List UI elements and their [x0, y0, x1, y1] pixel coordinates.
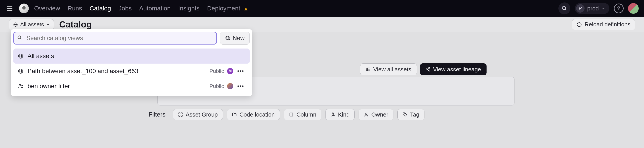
- view-item-all-assets[interactable]: All assets: [13, 48, 250, 64]
- view-all-label: View all assets: [373, 66, 411, 73]
- hamburger-menu[interactable]: [5, 5, 14, 12]
- svg-rect-31: [181, 115, 182, 116]
- filter-asset-group[interactable]: Asset Group: [173, 109, 223, 120]
- view-all-assets-button[interactable]: View all assets: [360, 63, 417, 75]
- chevron-down-icon: [46, 23, 50, 26]
- svg-point-37: [334, 115, 335, 116]
- item-meta: Public M •••: [210, 68, 245, 74]
- people-icon: [18, 83, 24, 89]
- nav-runs[interactable]: Runs: [68, 5, 82, 12]
- filter-code-location[interactable]: Code location: [227, 109, 280, 120]
- popover-header: New: [13, 32, 250, 44]
- topbar-left: Overview Runs Catalog Jobs Automation In…: [5, 3, 248, 13]
- chip-label: Kind: [338, 111, 350, 118]
- svg-rect-27: [428, 70, 430, 71]
- item-label: All assets: [28, 52, 54, 60]
- chevron-down-icon: [602, 6, 606, 10]
- nav-insights[interactable]: Insights: [178, 5, 200, 12]
- svg-point-19: [19, 84, 21, 86]
- nav-deployment-label: Deployment: [207, 5, 240, 12]
- view-item-path[interactable]: Path between asset_100 and asset_663 Pub…: [13, 64, 250, 79]
- svg-point-38: [366, 113, 367, 115]
- item-menu-button[interactable]: •••: [236, 68, 245, 74]
- globe-icon: [13, 22, 18, 27]
- nav-catalog[interactable]: Catalog: [90, 5, 111, 12]
- reload-label: Reload definitions: [584, 21, 630, 28]
- view-lineage-label: View asset lineage: [433, 66, 481, 73]
- nav-links: Overview Runs Catalog Jobs Automation In…: [34, 5, 248, 12]
- page-header-left: All assets Catalog: [9, 19, 92, 30]
- svg-rect-28: [179, 113, 180, 114]
- svg-point-36: [331, 115, 332, 116]
- chip-label: Column: [296, 111, 316, 118]
- app-logo[interactable]: [19, 3, 29, 13]
- list-icon: [366, 67, 370, 72]
- env-letter: P: [576, 4, 584, 13]
- svg-point-20: [21, 85, 22, 86]
- popover-list: All assets Path between asset_100 and as…: [13, 48, 250, 94]
- owner-icon: [364, 112, 368, 117]
- nav-deployment[interactable]: Deployment ▲: [207, 5, 248, 12]
- view-item-ben-owner[interactable]: ben owner filter Public •••: [13, 79, 250, 94]
- nav-jobs[interactable]: Jobs: [119, 5, 132, 12]
- chip-label: Tag: [410, 111, 419, 118]
- item-menu-button[interactable]: •••: [236, 83, 245, 89]
- globe-plus-icon: [225, 35, 230, 41]
- column-icon: [289, 112, 294, 117]
- filter-tag[interactable]: Tag: [398, 109, 424, 120]
- svg-line-2: [565, 9, 566, 10]
- lineage-icon: [426, 67, 430, 72]
- chip-label: Owner: [371, 111, 388, 118]
- popover-search-wrap: [13, 32, 217, 44]
- svg-rect-32: [290, 113, 293, 116]
- page-title: Catalog: [59, 19, 92, 29]
- globe-icon: [18, 53, 24, 59]
- filter-owner[interactable]: Owner: [358, 109, 394, 120]
- nav-overview[interactable]: Overview: [34, 5, 60, 12]
- globe-icon: [18, 68, 24, 74]
- visibility-label: Public: [210, 68, 224, 74]
- svg-rect-29: [181, 113, 182, 114]
- avatar[interactable]: [628, 3, 639, 14]
- new-view-button[interactable]: New: [220, 32, 250, 44]
- owner-badge: [227, 83, 233, 89]
- item-label: Path between asset_100 and asset_663: [28, 68, 138, 75]
- new-label: New: [233, 35, 244, 42]
- topbar: Overview Runs Catalog Jobs Automation In…: [0, 0, 644, 17]
- visibility-label: Public: [210, 83, 224, 89]
- svg-point-39: [404, 114, 404, 114]
- search-button[interactable]: [558, 2, 570, 14]
- svg-point-6: [18, 36, 21, 39]
- folder-icon: [232, 112, 237, 117]
- view-toggle-row: View all assets View asset lineage: [360, 63, 486, 75]
- chip-label: Code location: [240, 111, 275, 118]
- tag-icon: [402, 112, 408, 117]
- svg-rect-26: [428, 68, 430, 69]
- search-icon: [17, 35, 22, 41]
- help-button[interactable]: ?: [614, 3, 624, 13]
- search-icon: [562, 5, 567, 11]
- svg-rect-30: [179, 115, 180, 116]
- view-lineage-button[interactable]: View asset lineage: [420, 63, 486, 75]
- item-meta: Public •••: [210, 83, 245, 89]
- content: New All assets Path between asset_100 an…: [0, 32, 644, 50]
- chip-label: Asset Group: [186, 111, 218, 118]
- reload-definitions-button[interactable]: Reload definitions: [572, 19, 635, 30]
- group-icon: [178, 112, 183, 117]
- view-selector-button[interactable]: All assets: [9, 19, 54, 30]
- reload-icon: [576, 22, 582, 27]
- nav-automation[interactable]: Automation: [139, 5, 171, 12]
- svg-rect-25: [426, 69, 427, 70]
- svg-line-7: [20, 38, 22, 39]
- kind-icon: [330, 112, 335, 117]
- item-label: ben owner filter: [28, 83, 70, 90]
- filter-column[interactable]: Column: [284, 109, 322, 120]
- owner-badge: M: [227, 68, 233, 74]
- view-selector-label: All assets: [20, 21, 44, 28]
- filter-kind[interactable]: Kind: [325, 109, 354, 120]
- env-selector[interactable]: P prod: [575, 3, 610, 14]
- search-input[interactable]: [13, 32, 217, 44]
- filters-label: Filters: [148, 111, 166, 118]
- svg-point-0: [22, 6, 26, 9]
- filter-row: Filters Asset Group Code location Column…: [148, 109, 424, 120]
